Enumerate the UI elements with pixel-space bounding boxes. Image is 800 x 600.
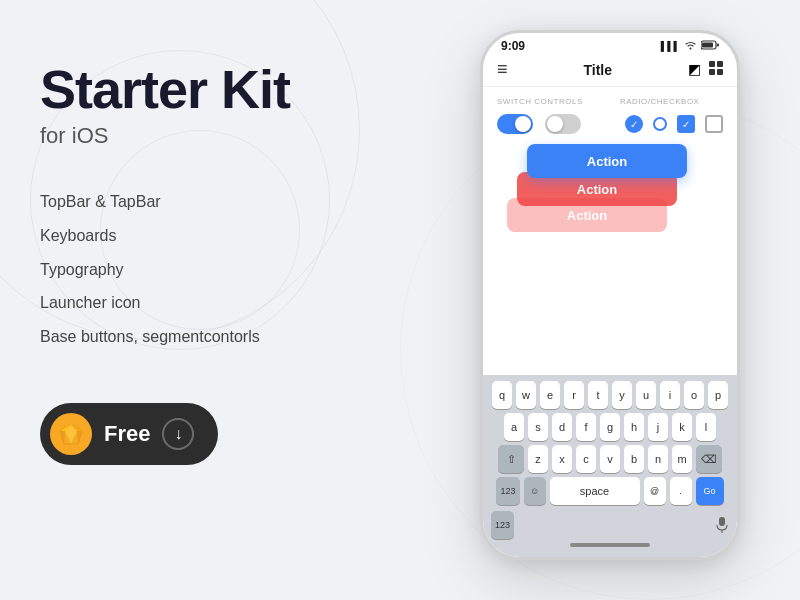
left-panel: Starter Kit for iOS TopBar & TapBar Keyb… <box>40 60 420 465</box>
svg-rect-9 <box>709 61 715 67</box>
svg-rect-11 <box>709 69 715 75</box>
action-button-blue[interactable]: Action <box>527 144 687 178</box>
list-item: Base buttons, segmentcontorls <box>40 320 420 354</box>
key-s[interactable]: s <box>528 413 548 441</box>
key-f[interactable]: f <box>576 413 596 441</box>
key-123-2[interactable]: 123 <box>491 511 514 539</box>
key-y[interactable]: y <box>612 381 632 409</box>
phone-frame: 9:09 ▌▌▌ ≡ Title ◩ <box>480 30 740 560</box>
key-o[interactable]: o <box>684 381 704 409</box>
nav-bar: ≡ Title ◩ <box>483 55 737 87</box>
key-shift[interactable]: ⇧ <box>498 445 524 473</box>
key-i[interactable]: i <box>660 381 680 409</box>
toggle-knob-off <box>547 116 563 132</box>
key-u[interactable]: u <box>636 381 656 409</box>
toggle-on[interactable] <box>497 114 533 134</box>
radio-filled[interactable]: ✓ <box>625 115 643 133</box>
key-w[interactable]: w <box>516 381 536 409</box>
phone-content: SWITCH CONTROLS RADIO/CHECKBOX ✓ ✓ <box>483 87 737 260</box>
key-t[interactable]: t <box>588 381 608 409</box>
key-c[interactable]: c <box>576 445 596 473</box>
key-at[interactable]: @ <box>644 477 666 505</box>
feature-list: TopBar & TapBar Keyboards Typography Lau… <box>40 185 420 353</box>
status-time: 9:09 <box>501 39 525 53</box>
free-badge[interactable]: Free ↓ <box>40 403 218 465</box>
key-x[interactable]: x <box>552 445 572 473</box>
battery-icon <box>701 40 719 52</box>
key-g[interactable]: g <box>600 413 620 441</box>
key-space[interactable]: space <box>550 477 640 505</box>
switch-label: SWITCH CONTROLS <box>497 97 600 106</box>
key-h[interactable]: h <box>624 413 644 441</box>
action-label-blue: Action <box>587 154 627 169</box>
radio-label: RADIO/CHECKBOX <box>620 97 723 106</box>
key-b[interactable]: b <box>624 445 644 473</box>
action-label-pink: Action <box>567 208 607 223</box>
key-period[interactable]: . <box>670 477 692 505</box>
svg-rect-8 <box>717 44 719 47</box>
key-p[interactable]: p <box>708 381 728 409</box>
action-label-red: Action <box>577 182 617 197</box>
checkbox-filled[interactable]: ✓ <box>677 115 695 133</box>
nav-icon-1: ◩ <box>688 61 701 78</box>
mic-icon <box>715 511 729 539</box>
key-row-4: 123 ☺ space @ . Go <box>487 477 733 505</box>
checkbox-empty[interactable] <box>705 115 723 133</box>
toggle-knob <box>515 116 531 132</box>
keyboard-area: q w e r t y u i o p a s d f g h j k <box>483 375 737 557</box>
download-icon: ↓ <box>174 425 182 443</box>
list-item: Keyboards <box>40 219 420 253</box>
key-k[interactable]: k <box>672 413 692 441</box>
phone-notch <box>560 33 660 55</box>
key-q[interactable]: q <box>492 381 512 409</box>
key-row-1: q w e r t y u i o p <box>487 381 733 409</box>
toggle-off[interactable] <box>545 114 581 134</box>
key-e[interactable]: e <box>540 381 560 409</box>
key-z[interactable]: z <box>528 445 548 473</box>
free-label: Free <box>104 421 150 447</box>
key-go[interactable]: Go <box>696 477 724 505</box>
page-title: Starter Kit <box>40 60 420 119</box>
signal-icon: ▌▌▌ <box>661 41 680 51</box>
phone-mockup: 9:09 ▌▌▌ ≡ Title ◩ <box>450 10 770 600</box>
controls-row: ✓ ✓ <box>497 114 723 134</box>
key-r[interactable]: r <box>564 381 584 409</box>
svg-rect-12 <box>717 69 723 75</box>
key-emoji[interactable]: ☺ <box>524 477 546 505</box>
buttons-area: Action Action Action <box>497 144 723 244</box>
section-labels: SWITCH CONTROLS RADIO/CHECKBOX <box>497 97 723 106</box>
page-subtitle: for iOS <box>40 123 420 149</box>
sketch-icon <box>50 413 92 455</box>
radio-empty[interactable] <box>653 117 667 131</box>
svg-rect-7 <box>702 43 713 48</box>
list-item: Typography <box>40 253 420 287</box>
key-delete[interactable]: ⌫ <box>696 445 722 473</box>
key-l[interactable]: l <box>696 413 716 441</box>
nav-title: Title <box>583 62 612 78</box>
list-item: Launcher icon <box>40 286 420 320</box>
svg-rect-13 <box>719 517 725 526</box>
key-j[interactable]: j <box>648 413 668 441</box>
nav-right-icons: ◩ <box>688 61 723 78</box>
key-d[interactable]: d <box>552 413 572 441</box>
key-row-2: a s d f g h j k l <box>487 413 733 441</box>
key-123[interactable]: 123 <box>496 477 519 505</box>
key-a[interactable]: a <box>504 413 524 441</box>
wifi-icon <box>684 40 697 52</box>
list-item: TopBar & TapBar <box>40 185 420 219</box>
key-n[interactable]: n <box>648 445 668 473</box>
download-button[interactable]: ↓ <box>162 418 194 450</box>
nav-left-icon: ≡ <box>497 59 508 80</box>
nav-icon-2 <box>709 61 723 78</box>
status-icons: ▌▌▌ <box>661 40 719 52</box>
key-v[interactable]: v <box>600 445 620 473</box>
key-row-5: 123 <box>487 509 733 539</box>
key-m[interactable]: m <box>672 445 692 473</box>
key-row-3: ⇧ z x c v b n m ⌫ <box>487 445 733 473</box>
svg-rect-10 <box>717 61 723 67</box>
home-indicator <box>570 543 650 547</box>
